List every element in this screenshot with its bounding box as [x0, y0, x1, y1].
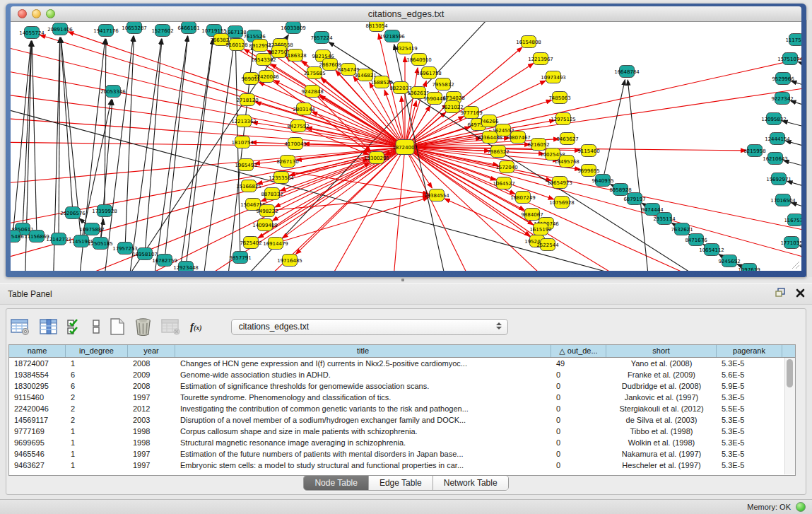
cell-out-de-[interactable]: 0 — [551, 380, 606, 392]
cell-name[interactable]: 14569117 — [9, 414, 66, 426]
table-row[interactable]: 1456911722003Disruption of a novel membe… — [9, 414, 795, 426]
delete-rows-trash-icon[interactable] — [134, 317, 152, 336]
scrollbar-thumb[interactable] — [787, 359, 793, 387]
cell-out-de-[interactable]: 0 — [551, 437, 606, 448]
cell-short[interactable]: Dudbridge et al. (2008) — [606, 380, 717, 392]
function-builder-icon[interactable]: f(x) — [190, 321, 202, 333]
cell-year[interactable]: 2008 — [128, 358, 175, 369]
cell-name[interactable]: 18300295 — [9, 380, 66, 392]
cell-title[interactable]: Corpus callosum shape and size in male p… — [175, 426, 551, 437]
cell-short[interactable]: Hescheler et al. (1997) — [606, 460, 717, 471]
cell-short[interactable]: Jankovic et al. (1997) — [606, 392, 717, 403]
cell-short[interactable]: Yano et al. (2008) — [606, 358, 717, 369]
cell-short[interactable]: Tibbo et al. (1998) — [606, 426, 717, 437]
network-canvas[interactable]: 1405572420891406194171761065328715276026… — [11, 22, 801, 271]
delete-table-icon-disabled[interactable] — [161, 318, 181, 335]
cell-name[interactable]: 9777169 — [9, 426, 66, 437]
table-row[interactable]: 969969511998Structural magnetic resonanc… — [9, 437, 795, 448]
cell-out-de-[interactable]: 0 — [551, 403, 606, 414]
cell-year[interactable]: 2012 — [128, 403, 175, 414]
row-height-icon[interactable] — [92, 318, 100, 335]
cell-in-degree[interactable]: 1 — [66, 358, 128, 369]
cell-pagerank[interactable]: 5.3E-5 — [717, 460, 782, 471]
cell-name[interactable]: 9699695 — [9, 437, 66, 448]
cell-title[interactable]: Structural magnetic resonance image aver… — [175, 437, 551, 448]
cell-out-de-[interactable]: 0 — [551, 414, 606, 426]
table-row[interactable]: 1830029562008Estimation of significance … — [9, 380, 795, 392]
table-row[interactable]: 911546021997Tourette syndrome. Phenomeno… — [9, 392, 795, 403]
cell-title[interactable]: Investigating the contribution of common… — [175, 403, 551, 414]
cell-title[interactable]: Disruption of a novel member of a sodium… — [175, 414, 551, 426]
cell-in-degree[interactable]: 6 — [66, 380, 128, 392]
cell-pagerank[interactable]: 5.9E-5 — [717, 380, 782, 392]
cell-pagerank[interactable]: 5.3E-5 — [717, 414, 782, 426]
cell-pagerank[interactable]: 5.3E-5 — [717, 426, 782, 437]
table-row[interactable]: 977716911998Corpus callosum shape and si… — [9, 426, 795, 437]
tab-node-table[interactable]: Node Table — [304, 476, 369, 490]
cell-out-de-[interactable]: 0 — [551, 448, 606, 460]
cell-pagerank[interactable]: 5.3E-5 — [717, 448, 782, 460]
table-row[interactable]: 946362711997Embryonic stem cells: a mode… — [9, 460, 795, 471]
table-selector-dropdown[interactable]: citations_edges.txt — [231, 319, 508, 335]
cell-year[interactable]: 1997 — [128, 460, 175, 471]
resize-grip-icon[interactable] — [790, 259, 800, 269]
table-row[interactable]: 1872400712008Changes of HCN gene express… — [9, 358, 795, 369]
cell-title[interactable]: Estimation of significance thresholds fo… — [175, 380, 551, 392]
cell-short[interactable]: Stergiakouli et al. (2012) — [606, 403, 717, 414]
cell-year[interactable]: 1998 — [128, 437, 175, 448]
new-table-icon[interactable] — [110, 317, 125, 336]
column-visibility-icon[interactable] — [40, 318, 58, 336]
table-row[interactable]: 1938455462009Genome-wide association stu… — [9, 369, 795, 380]
cell-out-de-[interactable]: 49 — [551, 358, 606, 369]
column-header-in-degree[interactable]: in_degree — [66, 345, 128, 357]
cell-title[interactable]: Tourette syndrome. Phenomenology and cla… — [175, 392, 551, 403]
cell-out-de-[interactable]: 0 — [551, 369, 606, 380]
cell-out-de-[interactable]: 0 — [551, 392, 606, 403]
cell-pagerank[interactable]: 5.5E-5 — [717, 403, 782, 414]
cell-year[interactable]: 2003 — [128, 414, 175, 426]
cell-year[interactable]: 1997 — [128, 448, 175, 460]
table-vertical-scrollbar[interactable] — [784, 358, 795, 474]
column-header-short[interactable]: short — [606, 345, 717, 357]
cell-title[interactable]: Embryonic stem cells: a model to study s… — [175, 460, 551, 471]
cell-in-degree[interactable]: 1 — [66, 448, 128, 460]
cell-out-de-[interactable]: 0 — [551, 426, 606, 437]
cell-in-degree[interactable]: 1 — [66, 426, 128, 437]
cell-out-de-[interactable]: 0 — [551, 460, 606, 471]
split-pane-grip[interactable] — [398, 279, 408, 282]
column-header-year[interactable]: year — [128, 345, 175, 357]
cell-year[interactable]: 1997 — [128, 392, 175, 403]
cell-name[interactable]: 19384554 — [9, 369, 66, 380]
cell-year[interactable]: 2009 — [128, 369, 175, 380]
cell-short[interactable]: Nakamura et al. (1997) — [606, 448, 717, 460]
cell-in-degree[interactable]: 1 — [66, 437, 128, 448]
column-header-out-de-[interactable]: △ out_de... — [551, 345, 606, 357]
table-settings-icon[interactable] — [11, 318, 30, 336]
cell-in-degree[interactable]: 2 — [66, 403, 128, 414]
cell-in-degree[interactable]: 6 — [66, 369, 128, 380]
cell-in-degree[interactable]: 2 — [66, 392, 128, 403]
cell-name[interactable]: 9115460 — [9, 392, 66, 403]
cell-short[interactable]: Franke et al. (2009) — [606, 369, 717, 380]
cell-title[interactable]: Genome-wide association studies in ADHD. — [175, 369, 551, 380]
tab-edge-table[interactable]: Edge Table — [369, 476, 433, 490]
cell-pagerank[interactable]: 5.3E-5 — [717, 392, 782, 403]
cell-title[interactable]: Changes of HCN gene expression and I(f) … — [175, 358, 551, 369]
cell-name[interactable]: 18724007 — [9, 358, 66, 369]
cell-pagerank[interactable]: 5.3E-5 — [717, 358, 782, 369]
window-titlebar[interactable]: citations_edges.txt — [11, 6, 801, 22]
cell-name[interactable]: 9465546 — [9, 448, 66, 460]
table-row[interactable]: 946554611997Estimation of the future num… — [9, 448, 795, 460]
tab-network-table[interactable]: Network Table — [433, 476, 508, 490]
cell-short[interactable]: Wolkin et al. (1998) — [606, 437, 717, 448]
column-header-name[interactable]: name — [9, 345, 66, 357]
column-header-pagerank[interactable]: pagerank — [717, 345, 782, 357]
network-graph[interactable]: 1405572420891406194171761065328715276026… — [11, 22, 801, 271]
cell-in-degree[interactable]: 1 — [66, 460, 128, 471]
cell-year[interactable]: 1998 — [128, 426, 175, 437]
cell-year[interactable]: 2008 — [128, 380, 175, 392]
float-panel-icon[interactable] — [775, 288, 786, 298]
cell-name[interactable]: 22420046 — [9, 403, 66, 414]
cell-name[interactable]: 9463627 — [9, 460, 66, 471]
column-header-title[interactable]: title — [175, 345, 551, 357]
